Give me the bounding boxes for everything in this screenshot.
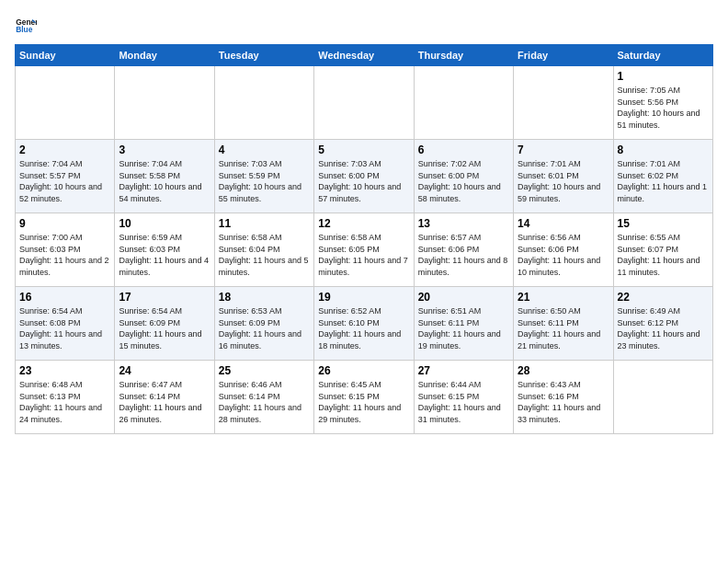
day-info: Sunrise: 7:02 AMSunset: 6:00 PMDaylight:… [418, 158, 509, 204]
calendar-cell: 4Sunrise: 7:03 AMSunset: 5:59 PMDaylight… [214, 140, 313, 213]
day-info: Sunrise: 6:57 AMSunset: 6:06 PMDaylight:… [418, 232, 509, 278]
day-number: 12 [318, 217, 409, 230]
header-monday: Monday [115, 45, 214, 66]
day-info: Sunrise: 6:54 AMSunset: 6:09 PMDaylight:… [119, 305, 210, 351]
day-number: 14 [518, 217, 609, 230]
day-info: Sunrise: 6:45 AMSunset: 6:15 PMDaylight:… [318, 379, 409, 425]
calendar-cell: 15Sunrise: 6:55 AMSunset: 6:07 PMDayligh… [613, 213, 712, 287]
day-number: 23 [19, 364, 110, 377]
logo: General Blue [15, 15, 40, 37]
day-number: 20 [418, 291, 509, 304]
calendar-cell: 11Sunrise: 6:58 AMSunset: 6:04 PMDayligh… [214, 213, 313, 287]
calendar-cell: 21Sunrise: 6:50 AMSunset: 6:11 PMDayligh… [514, 287, 613, 361]
day-number: 6 [418, 144, 509, 156]
day-number: 1 [618, 70, 709, 83]
day-info: Sunrise: 6:58 AMSunset: 6:05 PMDaylight:… [318, 232, 409, 278]
header-sunday: Sunday [16, 45, 115, 66]
calendar-cell: 17Sunrise: 6:54 AMSunset: 6:09 PMDayligh… [115, 287, 214, 361]
day-number: 25 [219, 364, 310, 377]
header-wednesday: Wednesday [314, 45, 414, 66]
header-saturday: Saturday [613, 45, 712, 66]
day-info: Sunrise: 6:53 AMSunset: 6:09 PMDaylight:… [219, 305, 310, 351]
calendar-cell: 22Sunrise: 6:49 AMSunset: 6:12 PMDayligh… [613, 287, 712, 361]
day-info: Sunrise: 6:44 AMSunset: 6:15 PMDaylight:… [418, 379, 509, 425]
calendar-cell [16, 66, 115, 140]
day-info: Sunrise: 6:48 AMSunset: 6:13 PMDaylight:… [19, 379, 110, 425]
day-number: 10 [119, 217, 210, 230]
header-thursday: Thursday [414, 45, 513, 66]
day-info: Sunrise: 7:01 AMSunset: 6:02 PMDaylight:… [618, 158, 709, 204]
day-number: 26 [318, 364, 409, 377]
day-info: Sunrise: 6:56 AMSunset: 6:06 PMDaylight:… [518, 232, 609, 278]
calendar-cell: 5Sunrise: 7:03 AMSunset: 6:00 PMDaylight… [314, 140, 414, 213]
day-number: 16 [19, 291, 110, 304]
day-info: Sunrise: 6:43 AMSunset: 6:16 PMDaylight:… [518, 379, 609, 425]
day-info: Sunrise: 6:51 AMSunset: 6:11 PMDaylight:… [418, 305, 509, 351]
calendar-cell: 27Sunrise: 6:44 AMSunset: 6:15 PMDayligh… [414, 361, 513, 434]
calendar-cell: 12Sunrise: 6:58 AMSunset: 6:05 PMDayligh… [314, 213, 414, 287]
day-number: 17 [119, 291, 210, 304]
day-number: 4 [219, 144, 310, 156]
day-number: 11 [219, 217, 310, 230]
calendar-cell: 24Sunrise: 6:47 AMSunset: 6:14 PMDayligh… [115, 361, 214, 434]
calendar-cell: 7Sunrise: 7:01 AMSunset: 6:01 PMDaylight… [514, 140, 613, 213]
day-number: 5 [318, 144, 409, 156]
day-info: Sunrise: 6:58 AMSunset: 6:04 PMDaylight:… [219, 232, 310, 278]
calendar-cell [214, 66, 313, 140]
day-info: Sunrise: 6:50 AMSunset: 6:11 PMDaylight:… [518, 305, 609, 351]
calendar-cell: 14Sunrise: 6:56 AMSunset: 6:06 PMDayligh… [514, 213, 613, 287]
day-info: Sunrise: 6:54 AMSunset: 6:08 PMDaylight:… [19, 305, 110, 351]
day-number: 7 [518, 144, 609, 156]
day-info: Sunrise: 7:04 AMSunset: 5:58 PMDaylight:… [119, 158, 210, 204]
calendar-table: SundayMondayTuesdayWednesdayThursdayFrid… [15, 44, 713, 434]
day-number: 28 [518, 364, 609, 377]
calendar-cell: 13Sunrise: 6:57 AMSunset: 6:06 PMDayligh… [414, 213, 513, 287]
day-number: 19 [318, 291, 409, 304]
day-number: 8 [618, 144, 709, 156]
day-number: 21 [518, 291, 609, 304]
day-info: Sunrise: 7:03 AMSunset: 6:00 PMDaylight:… [318, 158, 409, 204]
calendar-cell: 3Sunrise: 7:04 AMSunset: 5:58 PMDaylight… [115, 140, 214, 213]
day-info: Sunrise: 6:49 AMSunset: 6:12 PMDaylight:… [618, 305, 709, 351]
calendar-cell: 16Sunrise: 6:54 AMSunset: 6:08 PMDayligh… [16, 287, 115, 361]
day-info: Sunrise: 6:46 AMSunset: 6:14 PMDaylight:… [219, 379, 310, 425]
day-number: 3 [119, 144, 210, 156]
day-info: Sunrise: 7:05 AMSunset: 5:56 PMDaylight:… [618, 85, 709, 131]
calendar-cell: 10Sunrise: 6:59 AMSunset: 6:03 PMDayligh… [115, 213, 214, 287]
day-info: Sunrise: 7:03 AMSunset: 5:59 PMDaylight:… [219, 158, 310, 204]
calendar-cell [314, 66, 414, 140]
logo-icon: General Blue [15, 15, 37, 37]
calendar-cell: 19Sunrise: 6:52 AMSunset: 6:10 PMDayligh… [314, 287, 414, 361]
calendar-cell: 1Sunrise: 7:05 AMSunset: 5:56 PMDaylight… [613, 66, 712, 140]
calendar-cell: 28Sunrise: 6:43 AMSunset: 6:16 PMDayligh… [514, 361, 613, 434]
calendar-cell: 18Sunrise: 6:53 AMSunset: 6:09 PMDayligh… [214, 287, 313, 361]
day-number: 24 [119, 364, 210, 377]
day-number: 9 [19, 217, 110, 230]
calendar-cell: 25Sunrise: 6:46 AMSunset: 6:14 PMDayligh… [214, 361, 313, 434]
day-info: Sunrise: 6:55 AMSunset: 6:07 PMDaylight:… [618, 232, 709, 278]
header-tuesday: Tuesday [214, 45, 313, 66]
calendar-header: SundayMondayTuesdayWednesdayThursdayFrid… [16, 45, 713, 66]
calendar-cell: 20Sunrise: 6:51 AMSunset: 6:11 PMDayligh… [414, 287, 513, 361]
calendar-cell: 26Sunrise: 6:45 AMSunset: 6:15 PMDayligh… [314, 361, 414, 434]
day-number: 15 [618, 217, 709, 230]
calendar-cell: 8Sunrise: 7:01 AMSunset: 6:02 PMDaylight… [613, 140, 712, 213]
day-number: 13 [418, 217, 509, 230]
calendar-cell: 2Sunrise: 7:04 AMSunset: 5:57 PMDaylight… [16, 140, 115, 213]
day-info: Sunrise: 7:04 AMSunset: 5:57 PMDaylight:… [19, 158, 110, 204]
day-number: 22 [618, 291, 709, 304]
day-info: Sunrise: 6:52 AMSunset: 6:10 PMDaylight:… [318, 305, 409, 351]
calendar-cell: 9Sunrise: 7:00 AMSunset: 6:03 PMDaylight… [16, 213, 115, 287]
calendar-cell [613, 361, 712, 434]
day-info: Sunrise: 6:59 AMSunset: 6:03 PMDaylight:… [119, 232, 210, 278]
day-number: 27 [418, 364, 509, 377]
calendar-cell: 6Sunrise: 7:02 AMSunset: 6:00 PMDaylight… [414, 140, 513, 213]
day-info: Sunrise: 7:01 AMSunset: 6:01 PMDaylight:… [518, 158, 609, 204]
day-info: Sunrise: 7:00 AMSunset: 6:03 PMDaylight:… [19, 232, 110, 278]
svg-text:Blue: Blue [16, 25, 33, 34]
calendar-cell [414, 66, 513, 140]
header-friday: Friday [514, 45, 613, 66]
day-info: Sunrise: 6:47 AMSunset: 6:14 PMDaylight:… [119, 379, 210, 425]
day-number: 2 [19, 144, 110, 156]
day-number: 18 [219, 291, 310, 304]
